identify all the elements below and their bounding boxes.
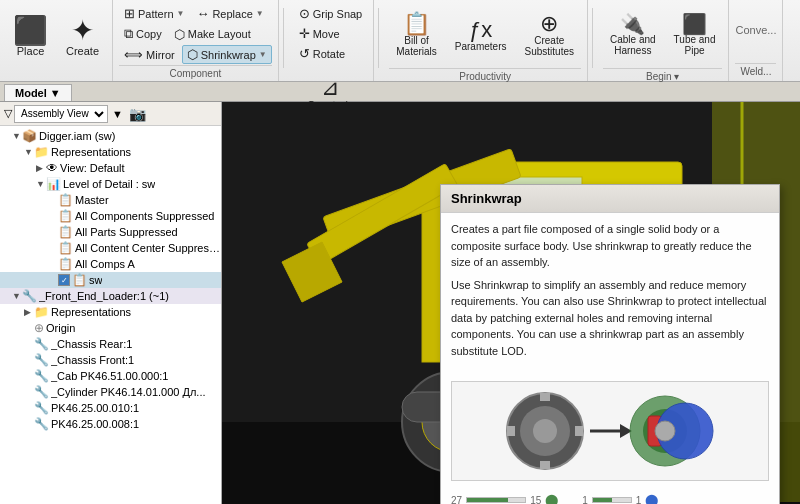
tube-pipe-button[interactable]: ⬛ Tube and Pipe — [667, 4, 723, 66]
create-substitutes-button[interactable]: ⊕ Create Substitutes — [518, 4, 581, 66]
tree-icon-all-comps-a: 📋 — [58, 257, 73, 271]
create-icon: ✦ — [71, 17, 94, 45]
progress-bar-right — [592, 497, 632, 503]
tooltip-title: Shrinkwrap — [451, 191, 522, 206]
tree-text-chassis-rear: _Chassis Rear:1 — [51, 338, 132, 350]
tree-icon-origin: ⊕ — [34, 321, 44, 335]
view-dropdown-icon[interactable]: ▼ — [112, 108, 123, 120]
tree-item-repr1[interactable]: ▼ 📁 Representations — [0, 144, 221, 160]
mirror-button[interactable]: ⟺ Mirror — [119, 45, 180, 64]
tooltip-body: Creates a part file composed of a single… — [441, 213, 779, 373]
place-icon: ⬛ — [13, 17, 48, 45]
tree-item-cylinder[interactable]: ▶ 🔧 _Cylinder PK46.14.01.000 Дл... — [0, 384, 221, 400]
tree-item-view-default[interactable]: ▶ 👁 View: Default — [0, 160, 221, 176]
tooltip-svg — [500, 386, 720, 476]
tree-item-origin[interactable]: ▶ ⊕ Origin — [0, 320, 221, 336]
tube-pipe-icon: ⬛ — [682, 14, 707, 34]
tree-text-cylinder: _Cylinder PK46.14.01.000 Дл... — [51, 386, 206, 398]
view-select[interactable]: Assembly View — [14, 105, 108, 123]
ribbon-convert-section: Conve... Weld... — [729, 0, 783, 81]
panel-toolbar: ▽ Assembly View ▼ 📷 — [0, 102, 221, 126]
tree-text-sw: sw — [89, 274, 102, 286]
tree-item-all-content[interactable]: ▶ 📋 All Content Center Suppresse... — [0, 240, 221, 256]
tree-icon-cylinder: 🔧 — [34, 385, 49, 399]
tree-icon-pk1: 🔧 — [34, 401, 49, 415]
constrain-icon: ⊿ — [321, 77, 339, 99]
copy-button[interactable]: ⧉ Copy — [119, 24, 167, 44]
begin-section-label: Begin ▾ — [603, 68, 722, 82]
tree-item-chassis-front[interactable]: ▶ 🔧 _Chassis Front:1 — [0, 352, 221, 368]
tree-expand-repr2[interactable]: ▶ — [24, 307, 34, 317]
tree-item-repr2[interactable]: ▶ 📁 Representations — [0, 304, 221, 320]
ribbon-place-create: ⬛ Place ✦ Create — [0, 0, 113, 81]
position-row-2: ✛ Move — [294, 24, 345, 43]
replace-icon: ↔ — [196, 6, 209, 21]
tree-item-pk1[interactable]: ▶ 🔧 PK46.25.00.010:1 — [0, 400, 221, 416]
cable-harness-label: Cable and Harness — [610, 34, 656, 56]
create-substitutes-label: Create Substitutes — [525, 35, 574, 57]
divider-3 — [592, 8, 593, 68]
pattern-button[interactable]: ⊞ Pattern ▼ — [119, 4, 189, 23]
tree-item-cab[interactable]: ▶ 🔧 _Cab PK46.51.00.000:1 — [0, 368, 221, 384]
create-substitutes-icon: ⊕ — [540, 13, 558, 35]
grip-snap-button[interactable]: ⊙ Grip Snap — [294, 4, 368, 23]
shrinkwrap-icon: ⬡ — [187, 47, 198, 62]
tooltip-header: Shrinkwrap — [441, 185, 779, 213]
progress-icon: ⬤ — [545, 493, 558, 504]
tree-expand-view-default[interactable]: ▶ — [36, 163, 46, 173]
productivity-section-label: Productivity — [389, 68, 581, 82]
tree-text-all-comp-sup: All Components Suppressed — [75, 210, 214, 222]
tree-item-front-end[interactable]: ▼ 🔧 _Front_End_Loader:1 (~1) — [0, 288, 221, 304]
tree-text-all-content: All Content Center Suppresse... — [75, 242, 221, 254]
tree-item-all-parts-sup[interactable]: ▶ 📋 All Parts Suppressed — [0, 224, 221, 240]
svg-rect-21 — [540, 393, 550, 401]
tree-item-root[interactable]: ▼ 📦 Digger.iam (sw) — [0, 128, 221, 144]
tree-expand-repr1[interactable]: ▼ — [24, 147, 34, 157]
tree-item-chassis-rear[interactable]: ▶ 🔧 _Chassis Rear:1 — [0, 336, 221, 352]
tree-icon-chassis-front: 🔧 — [34, 353, 49, 367]
position-row-3: ↺ Rotate — [294, 44, 350, 63]
main-area: ▽ Assembly View ▼ 📷 ▼ 📦 Digger.iam (sw) … — [0, 102, 800, 504]
bill-of-materials-button[interactable]: 📋 Bill of Materials — [389, 4, 444, 66]
tree-text-repr2: Representations — [51, 306, 131, 318]
sw-checkbox[interactable]: ✓ — [58, 274, 70, 286]
tab-model[interactable]: Model ▼ — [4, 84, 72, 101]
place-button[interactable]: ⬛ Place — [6, 4, 55, 70]
rotate-button[interactable]: ↺ Rotate — [294, 44, 350, 63]
parameters-icon: ƒx — [469, 19, 492, 41]
tree-text-master: Master — [75, 194, 109, 206]
tree-item-all-comp-sup[interactable]: ▶ 📋 All Components Suppressed — [0, 208, 221, 224]
tree-item-sw[interactable]: ▶ ✓ 📋 sw — [0, 272, 221, 288]
tree-expand-front-end[interactable]: ▼ — [12, 291, 22, 301]
tooltip-paragraph2: Use Shrinkwrap to simplify an assembly a… — [451, 277, 769, 360]
tooltip-paragraph1: Creates a part file composed of a single… — [451, 221, 769, 271]
move-button[interactable]: ✛ Move — [294, 24, 345, 43]
create-button[interactable]: ✦ Create — [59, 4, 106, 70]
rotate-icon: ↺ — [299, 46, 310, 61]
shrinkwrap-button[interactable]: ⬡ Shrinkwrap ▼ — [182, 45, 272, 64]
tree-icon-master: 📋 — [58, 193, 73, 207]
tree-icon-chassis-rear: 🔧 — [34, 337, 49, 351]
bom-label: Bill of Materials — [396, 35, 437, 57]
cable-harness-button[interactable]: 🔌 Cable and Harness — [603, 4, 663, 66]
tree-item-lod[interactable]: ▼ 📊 Level of Detail : sw — [0, 176, 221, 192]
make-layout-button[interactable]: ⬡ Make Layout — [169, 25, 256, 44]
replace-button[interactable]: ↔ Replace ▼ — [191, 4, 268, 23]
parameters-button[interactable]: ƒx Parameters — [448, 4, 514, 66]
ribbon-position-section: ⊙ Grip Snap ✛ Move ↺ Rotate ⊿ Constra — [288, 0, 375, 81]
tree-item-all-comps-a[interactable]: ▶ 📋 All Comps A — [0, 256, 221, 272]
move-icon: ✛ — [299, 26, 310, 41]
tree-item-master[interactable]: ▶ 📋 Master — [0, 192, 221, 208]
tree-text-root: Digger.iam (sw) — [39, 130, 115, 142]
ribbon-component-section: ⊞ Pattern ▼ ↔ Replace ▼ ⧉ Copy ⬡ Make La… — [113, 0, 279, 81]
tree-item-pk2[interactable]: ▶ 🔧 PK46.25.00.008:1 — [0, 416, 221, 432]
tree-text-front-end: _Front_End_Loader:1 (~1) — [39, 290, 169, 302]
camera-icon: 📷 — [129, 106, 146, 122]
ribbon-begin-section: 🔌 Cable and Harness ⬛ Tube and Pipe Begi… — [597, 0, 729, 81]
tree-expand-root[interactable]: ▼ — [12, 131, 22, 141]
grip-snap-icon: ⊙ — [299, 6, 310, 21]
ribbon: ⬛ Place ✦ Create ⊞ Pattern ▼ ↔ Replace ▼ — [0, 0, 800, 82]
svg-point-20 — [533, 419, 557, 443]
tree-expand-lod[interactable]: ▼ — [36, 179, 46, 189]
tree-icon-all-comp-sup: 📋 — [58, 209, 73, 223]
